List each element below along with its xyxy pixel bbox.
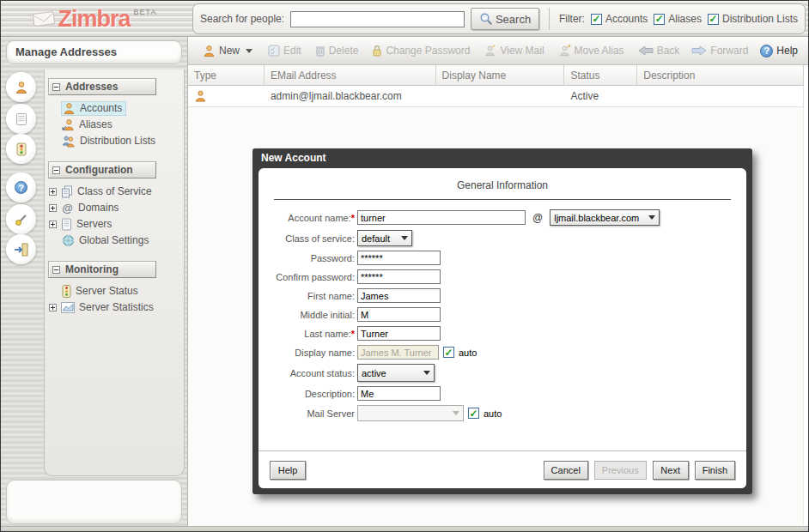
- accounts-checkbox[interactable]: [591, 14, 602, 25]
- rail-monitoring-button[interactable]: [6, 134, 36, 164]
- domains-at-icon: @: [61, 202, 74, 215]
- delete-button[interactable]: Delete: [309, 42, 365, 59]
- toolbar-right-group: Back Forward ? Help: [632, 42, 804, 60]
- password-input[interactable]: [357, 251, 441, 265]
- sidebar-item-class-of-service[interactable]: Class of Service: [49, 184, 184, 198]
- move-alias-button-label: Move Alias: [575, 45, 624, 57]
- cancel-button[interactable]: Cancel: [544, 461, 588, 480]
- sidebar-item-aliases[interactable]: Aliases: [62, 118, 184, 131]
- sidebar-item-distribution-lists[interactable]: Distribution Lists: [62, 134, 184, 148]
- rail-configuration-button[interactable]: [6, 104, 36, 134]
- overview-panel-title: Manage Addresses: [6, 40, 182, 64]
- sidebar-item-domains[interactable]: @ Domains: [49, 201, 184, 215]
- dialog-titlebar[interactable]: New Account: [252, 148, 752, 168]
- back-button[interactable]: Back: [632, 42, 686, 59]
- description-input[interactable]: [357, 386, 441, 401]
- domain-select[interactable]: ljmail.blackbear.com: [550, 209, 660, 226]
- account-person-icon: [194, 89, 207, 103]
- mail-server-auto-checkbox[interactable]: [468, 408, 479, 419]
- sidebar-item-accounts[interactable]: Accounts: [62, 101, 184, 115]
- display-name-row: Display name: auto: [259, 345, 746, 360]
- collapse-icon[interactable]: [52, 266, 60, 274]
- at-separator: @: [532, 212, 543, 224]
- new-button[interactable]: New: [197, 42, 259, 60]
- tree-section-monitoring[interactable]: Monitoring: [48, 261, 156, 278]
- next-button[interactable]: Next: [653, 461, 689, 480]
- confirm-password-row: Confirm password:: [259, 269, 746, 284]
- sidebar-item-server-status[interactable]: Server Status: [62, 284, 184, 298]
- dropdown-arrow-icon: [648, 215, 655, 220]
- finish-button[interactable]: Finish: [695, 461, 735, 480]
- dropdown-arrow-icon: [423, 371, 430, 375]
- tree-section-addresses[interactable]: Addresses: [48, 78, 156, 95]
- middle-initial-input[interactable]: [357, 307, 441, 322]
- new-button-label: New: [219, 45, 240, 57]
- row-type-cell: [188, 86, 265, 106]
- dialog-help-button[interactable]: Help: [270, 461, 306, 480]
- forward-button[interactable]: Forward: [685, 42, 754, 59]
- help-button[interactable]: ? Help: [754, 42, 804, 60]
- collapse-icon[interactable]: [52, 83, 60, 91]
- last-name-input[interactable]: [357, 326, 441, 341]
- filter-distribution-lists: Distribution Lists: [708, 13, 798, 25]
- expand-icon[interactable]: [49, 204, 57, 212]
- tree-section-label: Addresses: [65, 81, 118, 93]
- server-list-icon: [15, 112, 27, 126]
- previous-button[interactable]: Previous: [594, 461, 647, 480]
- column-header-display-name[interactable]: Display Name: [436, 65, 565, 85]
- rail-logout-button[interactable]: [6, 234, 36, 264]
- new-account-dialog: New Account General Information Account …: [252, 148, 752, 494]
- account-name-input[interactable]: [357, 210, 526, 225]
- class-of-service-icon: [61, 185, 73, 198]
- sidebar-item-label: Server Statistics: [79, 301, 154, 313]
- filter-accounts: Accounts: [591, 13, 648, 25]
- rail-addresses-button[interactable]: [6, 72, 36, 102]
- display-name-auto-checkbox[interactable]: [443, 347, 454, 358]
- chevron-down-icon[interactable]: [246, 49, 252, 53]
- dropdown-arrow-icon: [453, 411, 459, 415]
- distribution-lists-checkbox[interactable]: [708, 14, 719, 25]
- move-alias-button[interactable]: Move Alias: [552, 42, 630, 59]
- aliases-checkbox[interactable]: [654, 14, 665, 25]
- mail-server-label: Mail Server: [259, 408, 355, 419]
- password-label: Password:: [259, 253, 355, 263]
- sidebar-item-server-statistics[interactable]: Server Statistics: [49, 300, 184, 314]
- column-header-description[interactable]: Description: [637, 65, 803, 85]
- collapse-icon[interactable]: [52, 166, 60, 174]
- class-of-service-select[interactable]: default: [357, 230, 412, 246]
- column-header-type[interactable]: Type: [188, 65, 265, 85]
- back-arrow-icon: [638, 45, 654, 56]
- first-name-input[interactable]: [357, 288, 441, 303]
- view-mail-person-icon: [484, 45, 496, 57]
- sidebar-item-global-settings[interactable]: Global Settings: [62, 233, 184, 247]
- account-status-select[interactable]: active: [357, 364, 435, 382]
- zimbra-logo: Zimbra: [58, 6, 131, 33]
- rail-tools-button[interactable]: [6, 204, 36, 234]
- rail-help-button[interactable]: ?: [6, 172, 36, 203]
- column-header-status[interactable]: Status: [564, 65, 637, 85]
- account-person-icon: [63, 102, 76, 115]
- edit-button[interactable]: Edit: [262, 42, 307, 59]
- expand-icon[interactable]: [49, 304, 57, 311]
- sidebar-item-servers[interactable]: Servers: [49, 217, 184, 231]
- account-status-label: Account status:: [259, 368, 355, 378]
- search-button[interactable]: Search: [471, 8, 539, 30]
- change-password-button[interactable]: Change Password: [366, 42, 476, 59]
- row-display-name-cell: [436, 86, 565, 106]
- dialog-body: General Information Account name:* @ ljm…: [259, 168, 746, 488]
- server-status-icon: [62, 285, 71, 298]
- confirm-password-input[interactable]: [357, 269, 441, 284]
- search-input[interactable]: [290, 11, 465, 27]
- column-header-email[interactable]: EMail Address: [265, 65, 436, 85]
- view-mail-button[interactable]: View Mail: [477, 42, 550, 59]
- filter-aliases: Aliases: [654, 13, 702, 25]
- table-row[interactable]: admin@ljmail.blackbear.com Active: [188, 86, 804, 107]
- actions-toolbar: New Edit Delete C: [188, 37, 809, 65]
- middle-initial-row: Middle initial:: [259, 307, 746, 322]
- expand-icon[interactable]: [49, 188, 57, 196]
- navigation-tree: Addresses Accounts Aliases: [44, 70, 185, 476]
- tree-section-configuration[interactable]: Configuration: [48, 161, 156, 178]
- status-panel: [6, 480, 182, 524]
- expand-icon[interactable]: [49, 221, 57, 228]
- divider: [274, 199, 731, 200]
